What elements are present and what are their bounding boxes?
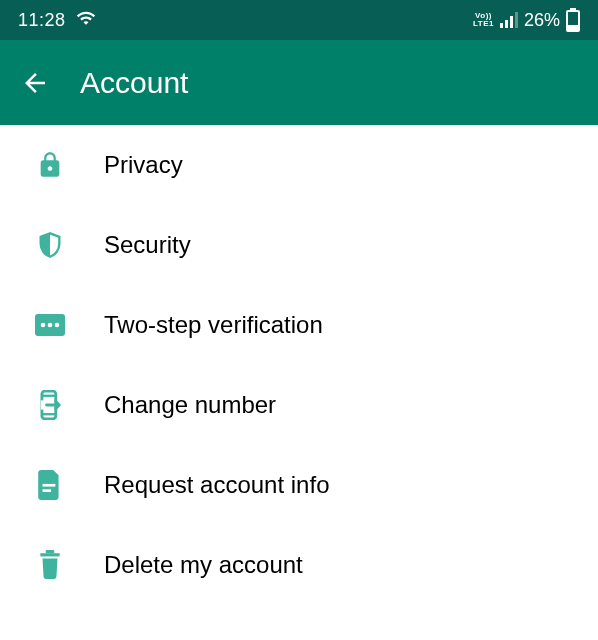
menu-label: Security	[104, 231, 191, 259]
menu-item-privacy[interactable]: Privacy	[0, 125, 598, 205]
battery-percent: 26%	[524, 10, 560, 31]
menu-item-change-number[interactable]: Change number	[0, 365, 598, 445]
status-right: Vo)) LTE1 26%	[473, 8, 580, 32]
svg-point-1	[41, 323, 46, 328]
trash-icon	[34, 549, 66, 581]
menu-item-security[interactable]: Security	[0, 205, 598, 285]
menu-label: Two-step verification	[104, 311, 323, 339]
menu-item-request-info[interactable]: Request account info	[0, 445, 598, 525]
wifi-icon	[76, 8, 96, 33]
page-title: Account	[80, 66, 188, 100]
menu-label: Delete my account	[104, 551, 303, 579]
svg-rect-5	[42, 395, 56, 397]
menu-label: Request account info	[104, 471, 329, 499]
menu-label: Change number	[104, 391, 276, 419]
menu-list: Privacy Security Two-step verification	[0, 125, 598, 605]
phone-arrow-icon	[34, 389, 66, 421]
back-arrow-icon[interactable]	[20, 68, 50, 98]
svg-rect-10	[40, 553, 59, 556]
svg-rect-6	[42, 413, 56, 415]
menu-label: Privacy	[104, 151, 183, 179]
document-icon	[34, 469, 66, 501]
status-time: 11:28	[18, 10, 66, 31]
svg-rect-8	[43, 484, 56, 487]
dots-box-icon	[34, 309, 66, 341]
svg-rect-11	[46, 550, 55, 553]
menu-item-delete-account[interactable]: Delete my account	[0, 525, 598, 605]
svg-rect-9	[43, 489, 52, 492]
status-left: 11:28	[18, 8, 96, 33]
network-type-icon: Vo)) LTE1	[473, 12, 494, 28]
svg-point-3	[55, 323, 60, 328]
app-bar: Account	[0, 40, 598, 125]
svg-point-2	[48, 323, 53, 328]
status-bar: 11:28 Vo)) LTE1 26%	[0, 0, 598, 40]
signal-icon	[500, 12, 518, 28]
menu-item-two-step[interactable]: Two-step verification	[0, 285, 598, 365]
lock-icon	[34, 149, 66, 181]
battery-icon	[566, 8, 580, 32]
shield-icon	[34, 229, 66, 261]
network-bottom: LTE1	[473, 20, 494, 28]
